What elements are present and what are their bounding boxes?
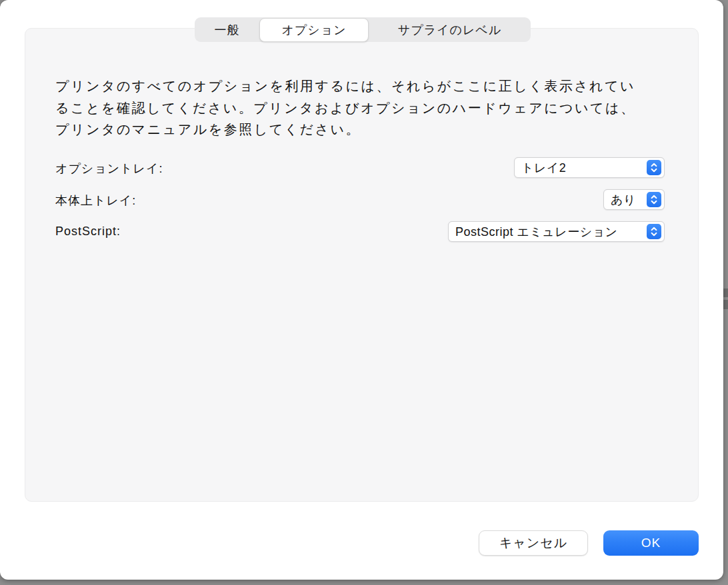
tab-options-selected[interactable]: オプション [259, 18, 369, 42]
up-down-chevrons-icon [647, 224, 661, 239]
body-upper-tray-label: 本体上トレイ: [55, 193, 136, 209]
options-description-text: プリンタのすべてのオプションを利用するには、それらがここに正しく表示されてい る… [55, 75, 685, 141]
tab-bar: 一般 オプション サプライのレベル [195, 17, 531, 42]
background-window-edge-mark [723, 300, 728, 309]
printer-options-dialog: 一般 オプション サプライのレベル プリンタのすべてのオプションを利用するには、… [0, 0, 723, 580]
tab-supply-levels[interactable]: サプライのレベル [369, 17, 531, 42]
tab-general[interactable]: 一般 [195, 17, 259, 42]
option-tray-label: オプショントレイ: [55, 161, 163, 177]
body-upper-tray-select[interactable]: あり [603, 189, 665, 210]
option-tray-select[interactable]: トレイ2 [514, 157, 665, 178]
background-window-edge-mark [723, 289, 728, 297]
up-down-chevrons-icon [647, 192, 661, 207]
ok-button[interactable]: OK [603, 530, 699, 556]
postscript-label: PostScript: [55, 225, 121, 239]
postscript-select[interactable]: PostScript エミュレーション [448, 221, 665, 242]
option-tray-value: トレイ2 [521, 160, 566, 176]
body-upper-tray-value: あり [611, 192, 636, 208]
postscript-value: PostScript エミュレーション [455, 224, 617, 240]
cancel-button[interactable]: キャンセル [479, 530, 588, 556]
up-down-chevrons-icon [647, 160, 661, 175]
